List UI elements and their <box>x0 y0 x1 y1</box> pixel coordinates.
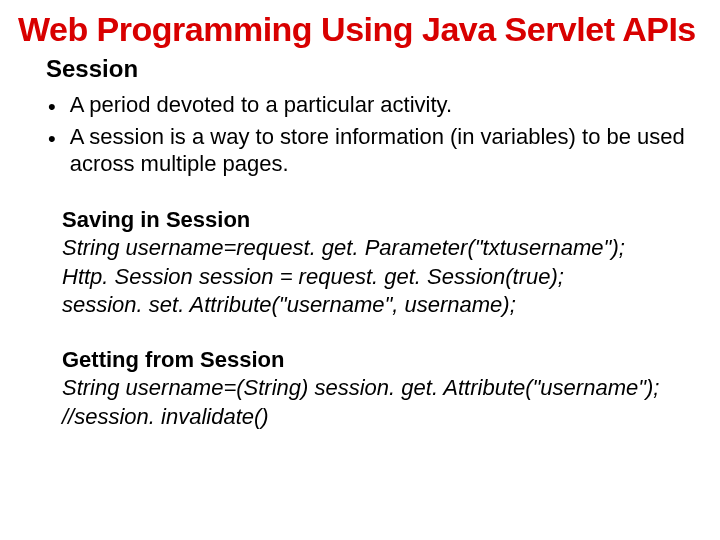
bullet-text: A session is a way to store information … <box>70 123 702 178</box>
code-line: Http. Session session = request. get. Se… <box>62 263 702 292</box>
page-title: Web Programming Using Java Servlet APIs <box>18 10 702 49</box>
section-heading: Getting from Session <box>62 346 702 375</box>
code-line: String username=request. get. Parameter(… <box>62 234 702 263</box>
code-line: session. set. Attribute("username", user… <box>62 291 702 320</box>
list-item: • A period devoted to a particular activ… <box>48 91 702 121</box>
section-subtitle: Session <box>46 55 702 83</box>
bullet-text: A period devoted to a particular activit… <box>70 91 702 119</box>
getting-section: Getting from Session String username=(St… <box>62 346 702 432</box>
saving-section: Saving in Session String username=reques… <box>62 206 702 320</box>
code-line: //session. invalidate() <box>62 403 702 432</box>
section-heading: Saving in Session <box>62 206 702 235</box>
list-item: • A session is a way to store informatio… <box>48 123 702 178</box>
bullet-icon: • <box>48 93 56 121</box>
bullet-list: • A period devoted to a particular activ… <box>48 91 702 178</box>
bullet-icon: • <box>48 125 56 153</box>
code-line: String username=(String) session. get. A… <box>62 374 702 403</box>
